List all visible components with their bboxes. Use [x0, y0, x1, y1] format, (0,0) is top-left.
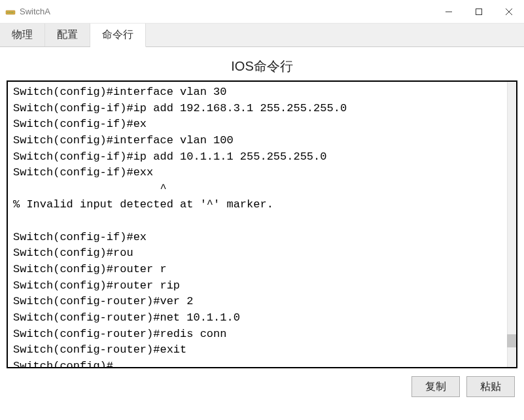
scrollbar-track[interactable]: [507, 82, 516, 367]
window-title: SwitchA: [20, 7, 434, 16]
section-title: IOS命令行: [7, 58, 517, 75]
svg-point-4: [12, 12, 14, 13]
tab-config[interactable]: 配置: [45, 24, 90, 46]
terminal-container: Switch(config)#interface vlan 30 Switch(…: [7, 80, 517, 368]
svg-point-2: [9, 12, 10, 13]
svg-point-1: [7, 12, 9, 13]
terminal-output[interactable]: Switch(config)#interface vlan 30 Switch(…: [7, 80, 517, 368]
tab-physical[interactable]: 物理: [0, 24, 45, 46]
button-row: 复制 粘贴: [7, 376, 517, 397]
tab-bar: 物理 配置 命令行: [0, 24, 524, 47]
copy-button[interactable]: 复制: [411, 376, 460, 397]
window-controls: [434, 0, 524, 23]
content-area: IOS命令行 Switch(config)#interface vlan 30 …: [0, 47, 524, 405]
scrollbar-thumb[interactable]: [507, 334, 516, 347]
svg-point-3: [10, 12, 12, 13]
svg-rect-0: [6, 10, 15, 14]
maximize-button[interactable]: [464, 0, 494, 23]
titlebar: SwitchA: [0, 0, 524, 24]
tab-cli[interactable]: 命令行: [90, 24, 146, 47]
app-icon: [5, 7, 16, 17]
minimize-button[interactable]: [434, 0, 464, 23]
paste-button[interactable]: 粘贴: [466, 376, 515, 397]
svg-rect-6: [476, 9, 482, 14]
close-button[interactable]: [494, 0, 524, 23]
